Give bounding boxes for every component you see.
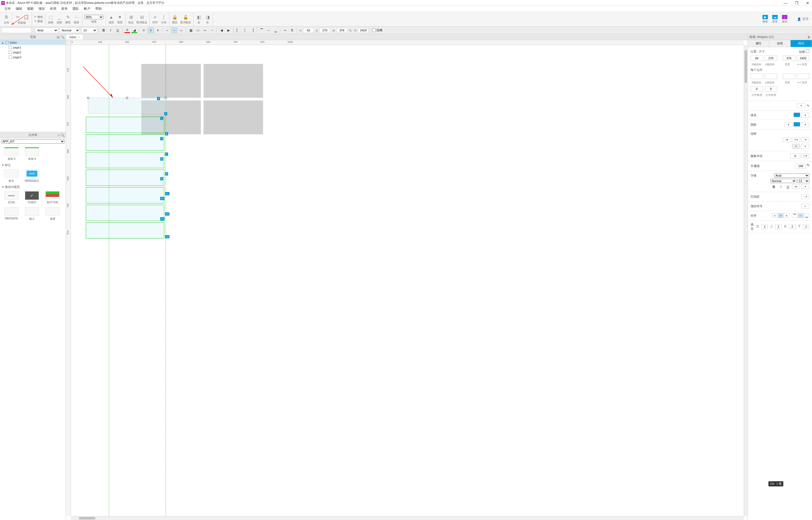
canvas-viewport[interactable]: 0 125 250 375 500 625 750 875 1000 125 2…: [66, 40, 748, 520]
form-row[interactable]: [86, 205, 164, 221]
publish-button[interactable]: ↓: [782, 15, 787, 19]
widget-annotation[interactable]: 标注: [2, 168, 21, 184]
size-h-input[interactable]: [797, 55, 809, 61]
form-row[interactable]: [86, 152, 164, 168]
widget-navigate[interactable]: NAVIGATE: [2, 206, 21, 222]
form-row[interactable]: [86, 134, 164, 151]
search-widgets-icon[interactable]: 🔍: [61, 133, 65, 137]
widget-input[interactable]: 输入: [22, 206, 42, 222]
bold-button[interactable]: B: [101, 28, 107, 33]
per-y-input[interactable]: [765, 74, 777, 79]
menu-project[interactable]: 项目: [36, 6, 47, 11]
font-size-select[interactable]: 13: [81, 28, 97, 33]
unlock-icon[interactable]: 🔓: [183, 14, 189, 21]
widgets-menu-icon[interactable]: ≡: [58, 133, 60, 137]
rot-input[interactable]: [751, 86, 763, 92]
line-width-button[interactable]: ═: [202, 28, 208, 33]
radius-input[interactable]: [790, 153, 800, 159]
widget-select[interactable]: 选择: [43, 206, 62, 222]
menu-publish[interactable]: 发布: [59, 6, 70, 11]
form-row[interactable]: [86, 170, 164, 186]
file-icon[interactable]: 🗎: [3, 14, 10, 20]
form-row[interactable]: [86, 117, 164, 133]
tree-root-index[interactable]: ◢ index: [0, 40, 66, 45]
pos-x-input[interactable]: [751, 55, 763, 61]
menu-layout[interactable]: 布局: [48, 6, 58, 11]
hidden-cb2[interactable]: 隐藏: [799, 49, 809, 54]
font-family-select[interactable]: Arial: [35, 28, 58, 33]
dock-left-icon[interactable]: ◧: [196, 14, 202, 21]
ra-right[interactable]: ≡: [784, 213, 789, 218]
r-font-select[interactable]: Arial: [774, 173, 809, 178]
valign-b2-button[interactable]: ▁: [273, 28, 279, 33]
cut-icon[interactable]: ✂: [15, 14, 21, 20]
add-page-icon[interactable]: ▤: [57, 35, 60, 39]
align-right-button[interactable]: ≡: [155, 28, 161, 33]
widget-name-input[interactable]: [2, 28, 31, 33]
selection-rect[interactable]: [88, 98, 166, 114]
image-placeholder[interactable]: [141, 64, 201, 98]
border-style-dd[interactable]: ┄▾: [801, 137, 809, 142]
menu-edit[interactable]: 编辑: [13, 6, 24, 11]
close-tab-icon[interactable]: ×: [78, 35, 80, 39]
hidden-checkbox[interactable]: [372, 28, 376, 32]
arrow-end-button[interactable]: ▶: [225, 28, 231, 33]
connect-icon[interactable]: ⎯: [56, 14, 62, 21]
tab-props[interactable]: 属性: [748, 40, 769, 47]
maximize-button[interactable]: ❐: [793, 1, 800, 5]
widget-web-badge[interactable]: WEBWEB页标识: [22, 168, 42, 184]
text-rot-input[interactable]: [765, 86, 777, 92]
more-icon[interactable]: ⋯: [73, 14, 80, 21]
menu-file[interactable]: 文件: [2, 6, 13, 11]
edit-style-icon[interactable]: ✎: [807, 104, 809, 107]
scrollbar-h[interactable]: [71, 516, 744, 520]
align-left-button[interactable]: ≡: [141, 28, 147, 33]
per-w-input[interactable]: [783, 74, 795, 79]
tree-page1[interactable]: page1: [0, 45, 66, 50]
r-weight-select[interactable]: Normal: [770, 179, 796, 183]
image-placeholder[interactable]: [203, 101, 263, 134]
fill-swatch[interactable]: [793, 113, 800, 117]
tab-style[interactable]: 样式: [791, 40, 812, 47]
underline-button[interactable]: U: [115, 28, 121, 33]
border-color-dd[interactable]: ✎▾: [792, 137, 800, 142]
menu-help[interactable]: 帮助: [93, 6, 104, 11]
widget-button[interactable]: BUTTON: [43, 190, 62, 205]
library-select[interactable]: APP_KIT: [1, 139, 65, 144]
halign-right-button[interactable]: ▕: [249, 28, 255, 33]
valign-bot-button[interactable]: ⌙: [178, 28, 184, 33]
image-placeholder[interactable]: [203, 64, 263, 98]
menu-team[interactable]: 团队: [71, 6, 81, 11]
style-preset-dd[interactable]: ▾: [797, 103, 805, 108]
form-row[interactable]: [86, 223, 164, 239]
valign-t2-button[interactable]: ▔: [258, 28, 264, 33]
pad-r[interactable]: [789, 224, 795, 229]
tab-notes[interactable]: 说明: [769, 40, 791, 47]
pad-t[interactable]: [775, 224, 782, 229]
r-italic[interactable]: I: [778, 184, 784, 189]
ra-bot[interactable]: ▁: [804, 213, 809, 218]
ra-mid[interactable]: ─: [798, 213, 803, 218]
widget-form3[interactable]: 表单-3: [2, 146, 21, 162]
fill-dd[interactable]: ▾: [801, 113, 809, 118]
y-input[interactable]: [319, 28, 330, 33]
align-icon[interactable]: ≡: [152, 14, 158, 21]
dist-v-button[interactable]: ⇅: [289, 28, 295, 33]
redo-button[interactable]: ↷重做: [34, 20, 43, 23]
arrow-start-button[interactable]: ◀: [218, 28, 224, 33]
ra-center[interactable]: ≡: [778, 213, 783, 218]
inner-shadow-dd[interactable]: ▾: [801, 122, 809, 127]
outer-shadow-dd[interactable]: ▾: [784, 122, 792, 127]
inspector-body[interactable]: 位置 · 尺寸隐藏 X轴坐标 y轴坐标 宽度 ⟷ 高度 每个元件: [748, 47, 812, 520]
r-underline[interactable]: U: [785, 184, 791, 189]
hidden-checkbox-label[interactable]: 隐藏: [372, 28, 383, 32]
pos-y-input[interactable]: [765, 55, 777, 61]
line-style-button[interactable]: ┄: [209, 28, 215, 33]
r-size-select[interactable]: 13: [797, 179, 809, 183]
group-icon[interactable]: ⊞: [128, 14, 134, 21]
per-h-input[interactable]: [797, 74, 809, 79]
border-vis-dd[interactable]: ▾: [792, 144, 800, 149]
paste-icon[interactable]: 📋: [23, 14, 29, 20]
section-annotation[interactable]: ▾标注: [2, 162, 64, 168]
scrollbar-v[interactable]: [744, 45, 748, 516]
